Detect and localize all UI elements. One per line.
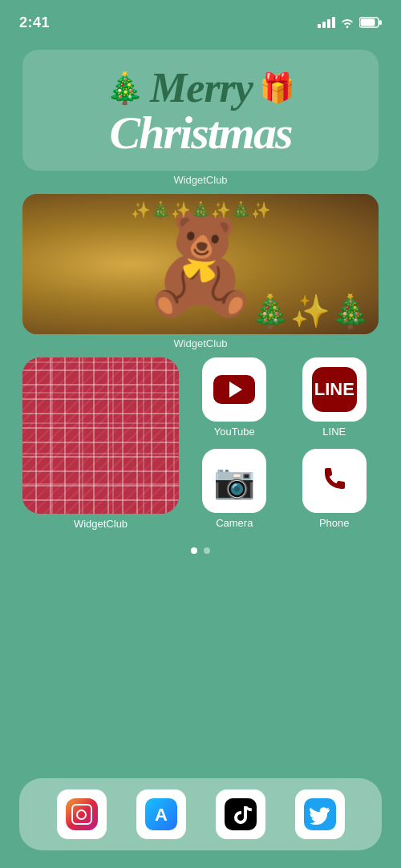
camera-icon: 📷 xyxy=(213,462,255,501)
page-dots xyxy=(0,547,401,554)
photo-widget: ✨🎄✨🎄✨🎄✨ xyxy=(22,194,379,334)
youtube-play-icon xyxy=(229,382,242,398)
svg-rect-1 xyxy=(361,19,375,26)
twitter-icon xyxy=(304,798,336,830)
tree-emoji: 🎄 xyxy=(106,71,144,106)
svg-text:A: A xyxy=(155,805,168,825)
phone-app[interactable]: Phone xyxy=(290,449,379,529)
youtube-icon xyxy=(213,375,255,404)
widgetclub-large-widget[interactable] xyxy=(22,357,179,514)
youtube-label: YouTube xyxy=(214,426,255,438)
line-text: LINE xyxy=(314,379,354,400)
christmas-bottom: Christmas xyxy=(42,110,359,156)
line-icon: LINE xyxy=(312,367,357,412)
line-icon-container[interactable]: LINE xyxy=(302,357,367,422)
dock: A xyxy=(19,778,382,850)
instagram-icon xyxy=(66,798,98,830)
twitter-dock-icon[interactable] xyxy=(295,789,345,839)
camera-icon-container[interactable]: 📷 xyxy=(202,449,266,513)
xmas-lights: ✨🎄✨🎄✨🎄✨ xyxy=(22,200,379,220)
tiktok-icon xyxy=(225,798,257,830)
christmas-text: 🎄 Merry 🎁 Christmas xyxy=(42,64,359,156)
christmas-widget: 🎄 Merry 🎁 Christmas xyxy=(22,50,379,171)
teddy-scene: ✨🎄✨🎄✨🎄✨ xyxy=(22,194,379,334)
page-dot-2 xyxy=(204,547,210,554)
battery-icon xyxy=(359,17,382,28)
instagram-dock-icon[interactable] xyxy=(57,789,107,839)
app-right-grid: YouTube LINE LINE 📷 Camera xyxy=(190,357,379,529)
phone-icon xyxy=(318,465,350,497)
camera-label: Camera xyxy=(216,517,253,529)
line-label: LINE xyxy=(322,426,346,438)
photo-widget-label: WidgetClub xyxy=(0,337,401,349)
youtube-icon-container[interactable] xyxy=(202,357,266,422)
status-icons xyxy=(318,17,382,28)
youtube-app[interactable]: YouTube xyxy=(190,357,279,438)
signal-icon xyxy=(318,17,335,28)
christmas-top: 🎄 Merry 🎁 xyxy=(42,64,359,111)
tiktok-dock-icon[interactable] xyxy=(216,789,265,839)
plaid-pattern xyxy=(22,357,179,514)
gift-emoji: 🎁 xyxy=(259,71,295,105)
appstore-icon: A xyxy=(145,798,177,830)
page-dot-1 xyxy=(191,547,197,554)
status-time: 2:41 xyxy=(19,14,50,31)
camera-app[interactable]: 📷 Camera xyxy=(190,449,279,529)
merry-text: Merry xyxy=(150,64,253,111)
christmas-widget-label: WidgetClub xyxy=(0,174,401,186)
phone-icon-container[interactable] xyxy=(302,449,367,513)
appstore-dock-icon[interactable]: A xyxy=(136,789,186,839)
status-bar: 2:41 xyxy=(0,0,401,35)
widgetclub-large-label: WidgetClub xyxy=(74,518,128,530)
svg-rect-2 xyxy=(379,20,382,25)
line-app[interactable]: LINE LINE xyxy=(290,357,379,438)
phone-label: Phone xyxy=(319,517,350,529)
wifi-icon xyxy=(340,17,354,28)
app-grid-section: WidgetClub YouTube LINE LINE 📷 xyxy=(22,357,379,530)
svg-rect-5 xyxy=(225,798,257,830)
